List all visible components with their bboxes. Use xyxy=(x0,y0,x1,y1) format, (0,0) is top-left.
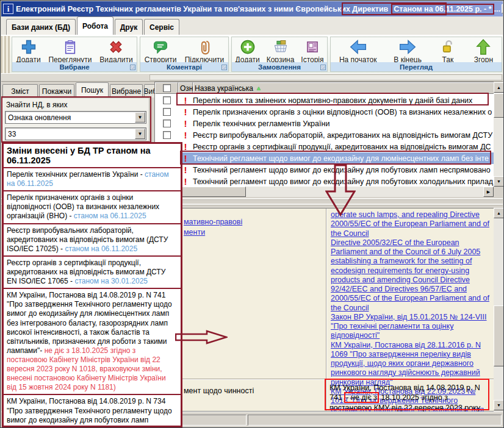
history-icon xyxy=(303,38,322,55)
toolbar-group-komentari: Створити Підключити Коментарі ◲ xyxy=(140,37,229,72)
scrollbar-thumb[interactable] xyxy=(494,305,504,366)
toolbar-group-zamovlennia: Додати Корзина Історія Замовлення ◲ xyxy=(231,37,328,72)
list-row[interactable]: ! Реєстр органів з сертифікації продукці… xyxy=(155,141,494,152)
scroll-up-icon[interactable]: ▲ xyxy=(494,82,504,93)
sort-ascending-icon: ▲ xyxy=(256,85,262,91)
row-checkbox[interactable] xyxy=(163,96,171,104)
left-tab-vybrane[interactable]: Вибране xyxy=(110,84,143,98)
scroll-right-icon[interactable]: ▶ xyxy=(483,187,494,197)
plus-icon xyxy=(20,38,38,55)
create-comment-button[interactable]: Створити xyxy=(142,38,179,65)
field-label-normative-docs-fragment[interactable]: менти xyxy=(184,228,205,237)
annotation-section: Перелік призначених органів з оцінки від… xyxy=(4,191,181,224)
tab-druk[interactable]: Друк xyxy=(115,19,143,35)
dialog-launcher-icon[interactable]: ◲ xyxy=(130,65,135,70)
annotation-section: Реєстр органів з сертифікації продукції,… xyxy=(4,257,181,289)
group-caption-komentari: Коментарі xyxy=(140,62,228,71)
exclamation-icon: ! xyxy=(178,118,193,129)
annotation-date: станом на 30.01.2025 xyxy=(74,277,148,285)
document-link[interactable]: Directive 2005/32/EC of the European Par… xyxy=(331,238,492,313)
scroll-down-icon[interactable]: ▼ xyxy=(494,176,504,187)
row-checkbox[interactable] xyxy=(163,108,171,116)
details-panel: operate such lamps, and repealing Direct… xyxy=(154,208,494,412)
left-tab-zmist[interactable]: Зміст xyxy=(2,84,38,98)
minimize-button[interactable]: _ xyxy=(502,4,503,13)
notepad-icon xyxy=(61,38,79,55)
add-favorite-button[interactable]: Додати xyxy=(13,38,43,65)
left-tab-pokazhchyky[interactable]: Покажчи xyxy=(39,84,74,98)
document-link[interactable]: Закон ВР України, від 15.01.2015 № 124-V… xyxy=(331,313,492,341)
tab-bazy-danykh[interactable]: Бази даних (БД) xyxy=(6,19,76,35)
list-row[interactable]: ! Перелік технічних регламентів України xyxy=(155,118,494,129)
attach-comment-button[interactable]: Підключити xyxy=(182,38,227,65)
go-last-button[interactable]: В кінець xyxy=(391,38,424,65)
speech-bubble-icon xyxy=(151,38,170,55)
dialog-launcher-icon[interactable]: ◲ xyxy=(221,65,227,70)
window-title: Електронний Реєстр Технічних регламентів… xyxy=(16,5,388,13)
search-field-combobox[interactable]: Ознака оновлення ▼ xyxy=(5,111,146,124)
row-checkbox[interactable] xyxy=(163,119,171,127)
select-all-checkbox[interactable] xyxy=(163,84,171,92)
arrow-right-icon xyxy=(398,38,417,55)
combo-value: 33 xyxy=(8,130,16,138)
group-caption-vybrane: Вибране xyxy=(12,62,137,71)
header-label: Назва українська xyxy=(195,84,253,93)
basket-button[interactable]: Корзина xyxy=(264,38,297,65)
history-button[interactable]: Історія xyxy=(298,38,326,65)
search-value-combobox[interactable]: 33 ▼ xyxy=(5,127,146,140)
list-row[interactable]: ! Технічний регламент щодо вимог до екод… xyxy=(155,164,494,176)
go-first-button[interactable]: На початок xyxy=(337,38,380,65)
app-icon: i xyxy=(3,4,13,14)
header-checkbox-cell[interactable] xyxy=(155,82,178,94)
list-row[interactable]: ! Технічний регламент щодо вимог до екод… xyxy=(155,176,494,187)
row-text: Перелік нових та змінених нормативно-пра… xyxy=(193,96,472,105)
annotation-section: Перелік технічних регламентів України - … xyxy=(4,168,181,191)
basket-icon xyxy=(272,38,290,55)
header-flag-col[interactable]: Озн xyxy=(178,82,193,94)
toolbar-grip[interactable] xyxy=(1,36,10,73)
row-text: Технічний регламент щодо вимог до екодиз… xyxy=(193,177,493,186)
group-caption-perehliad: Перегляд xyxy=(331,62,502,71)
dialog-launcher-icon[interactable]: ◲ xyxy=(320,65,326,70)
row-text: Реєстр органів з сертифікації продукції,… xyxy=(193,143,491,151)
window-title-date-annotated: Станом на 06.11.2025 р. - * xyxy=(391,4,494,15)
list-row[interactable]: ! Перелік призначених органів з оцінки в… xyxy=(155,106,494,118)
scroll-down-icon[interactable]: ▼ xyxy=(494,400,504,410)
collapse-button[interactable]: Згорн xyxy=(472,38,495,65)
tab-servis[interactable]: Сервіс xyxy=(144,19,179,35)
column-divider xyxy=(326,209,326,411)
delete-favorite-button[interactable]: Видалити xyxy=(97,38,135,65)
field-label-normative-docs-fragment[interactable]: мативно-правові xyxy=(184,218,242,226)
annotation-section: КМ України, Постанова від 14.08.2019 р. … xyxy=(4,289,181,395)
documents-list: Озн Назва українська ▲ ! Перелік нових т… xyxy=(154,82,494,187)
row-checkbox[interactable] xyxy=(163,131,171,139)
list-row[interactable]: ! Реєстр випробувальних лабораторій, акр… xyxy=(155,129,494,141)
document-link[interactable]: operate such lamps, and repealing Direct… xyxy=(331,210,492,238)
combo-value: Ознака оновлення xyxy=(8,113,71,122)
annotation-section: КМ України, Постанова від 14.08.2019 р. … xyxy=(4,395,181,427)
list-row-selected[interactable]: ! Технічний регламент щодо вимог до екод… xyxy=(155,152,494,164)
chevron-down-icon[interactable]: ▼ xyxy=(135,129,145,139)
document-link[interactable]: КМ України, Постанова від 28.11.2016 р. … xyxy=(331,341,492,387)
row-text: Перелік призначених органів з оцінки від… xyxy=(193,108,492,116)
arrow-up-icon xyxy=(474,38,492,55)
main-tab-strip: Бази даних (БД) Робота Друк Сервіс xyxy=(1,16,503,35)
header-name-col[interactable]: Назва українська ▲ xyxy=(193,82,494,94)
chevron-down-icon[interactable]: ▼ xyxy=(135,112,145,123)
annotation-text: КМ України, Постанова від 14.08.2019 р. … xyxy=(7,291,172,355)
view-favorite-button[interactable]: Переглянути xyxy=(46,38,94,65)
toolbar-group-perehliad: На початок В кінець Так Згорн Перегляд xyxy=(330,37,502,72)
left-tab-poshuk[interactable]: Пошук xyxy=(76,82,109,98)
lock-toggle-button[interactable]: Так xyxy=(436,38,459,65)
annotation-date: станом на 06.11.2025 xyxy=(74,212,146,220)
paperclip-icon xyxy=(195,38,214,55)
scrollbar-corner xyxy=(494,187,504,197)
row-text: Технічний регламент щодо вимог до екодиз… xyxy=(193,166,491,174)
list-row[interactable]: ! Перелік нових та змінених нормативно-п… xyxy=(155,95,494,106)
tab-robota[interactable]: Робота xyxy=(77,16,113,35)
scrollbar-thumb[interactable] xyxy=(494,93,504,118)
status-cell xyxy=(248,415,502,426)
add-order-button[interactable]: Додати xyxy=(232,38,262,65)
padlock-icon xyxy=(439,38,457,55)
scroll-up-icon[interactable]: ▲ xyxy=(494,208,504,218)
